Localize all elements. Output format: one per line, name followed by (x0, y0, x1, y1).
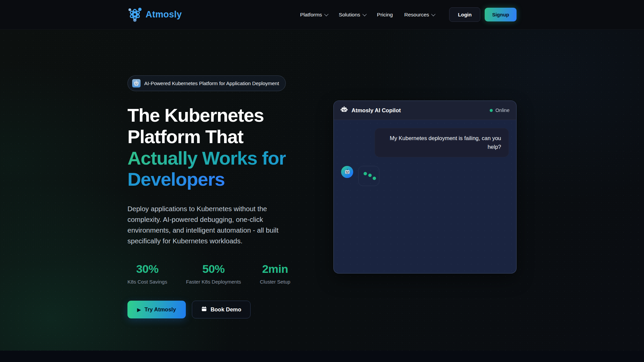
login-button[interactable]: Login (449, 7, 480, 22)
hero-description: Deploy applications to Kubernetes withou… (127, 203, 297, 246)
try-atmosly-label: Try Atmosly (145, 306, 176, 313)
hero-heading: The Kubernetes Platform That Actually Wo… (127, 105, 333, 190)
hero-badge-text: AI-Powered Kubernetes Platform for Appli… (144, 80, 279, 86)
nav-item-resources[interactable]: Resources (404, 12, 434, 18)
online-status-dot (490, 109, 493, 112)
stat-cluster-setup: 2min Cluster Setup (260, 262, 290, 285)
nav-item-label: Solutions (339, 12, 360, 18)
hero-section: AI-Powered Kubernetes Platform for Appli… (0, 29, 644, 318)
signup-button[interactable]: Signup (485, 8, 517, 21)
stat-value: 2min (260, 262, 290, 276)
hero-stats: 30% K8s Cost Savings 50% Faster K8s Depl… (127, 262, 333, 285)
nav-item-platforms[interactable]: Platforms (300, 12, 327, 18)
book-demo-button[interactable]: Book Demo (192, 301, 251, 318)
chat-message-area: My Kubernetes deployment is failing, can… (334, 120, 516, 273)
hero-badge: AI-Powered Kubernetes Platform for Appli… (127, 75, 286, 91)
stat-value: 30% (127, 262, 167, 276)
try-atmosly-button[interactable]: ▶ Try Atmosly (127, 301, 186, 318)
typing-dot (373, 177, 376, 180)
hero-heading-white: The Kubernetes Platform That (127, 105, 264, 147)
nav-item-solutions[interactable]: Solutions (339, 12, 366, 18)
bot-response-row (341, 166, 509, 186)
hero-heading-gradient: Actually Works for Developers (127, 147, 286, 190)
user-message-bubble: My Kubernetes deployment is failing, can… (375, 128, 509, 157)
nav-item-label: Platforms (300, 12, 322, 18)
auth-buttons: Login Signup (449, 7, 517, 22)
ai-copilot-chat-widget: Atmosly AI Copilot Online My Kubernetes … (333, 101, 517, 274)
chat-title: Atmosly AI Copilot (352, 107, 401, 114)
nav-item-label: Pricing (377, 12, 393, 18)
hero-content: AI-Powered Kubernetes Platform for Appli… (127, 75, 333, 318)
stat-label: Faster K8s Deployments (186, 279, 241, 285)
nav-item-label: Resources (404, 12, 429, 18)
robot-emoji-icon (132, 79, 141, 87)
typing-indicator (358, 166, 379, 186)
robot-icon (340, 106, 348, 114)
nav-links: Platforms Solutions Pricing Resources (300, 12, 435, 18)
brand-logo[interactable]: Atmosly (127, 6, 182, 23)
typing-dot (368, 174, 372, 177)
stat-faster-deployments: 50% Faster K8s Deployments (186, 262, 241, 285)
book-demo-label: Book Demo (211, 306, 241, 313)
hero-cta-row: ▶ Try Atmosly Book Demo (127, 301, 333, 318)
bot-avatar (341, 166, 353, 178)
brand-name: Atmosly (146, 9, 182, 20)
stat-value: 50% (186, 262, 241, 276)
chevron-down-icon (362, 12, 367, 16)
stat-label: K8s Cost Savings (127, 279, 167, 285)
chat-header: Atmosly AI Copilot Online (334, 101, 516, 120)
next-section-edge (0, 351, 644, 362)
chevron-down-icon (324, 12, 329, 16)
calendar-icon (201, 306, 207, 313)
online-status-label: Online (495, 108, 509, 113)
typing-dot (364, 172, 367, 175)
atom-logo-icon (127, 6, 142, 23)
nav-item-pricing[interactable]: Pricing (377, 12, 393, 18)
chevron-down-icon (431, 12, 436, 16)
stat-cost-savings: 30% K8s Cost Savings (127, 262, 167, 285)
play-icon: ▶ (137, 307, 141, 312)
top-navigation: Atmosly Platforms Solutions Pricing Reso… (0, 0, 644, 29)
chat-status: Online (490, 108, 509, 113)
stat-label: Cluster Setup (260, 279, 290, 285)
